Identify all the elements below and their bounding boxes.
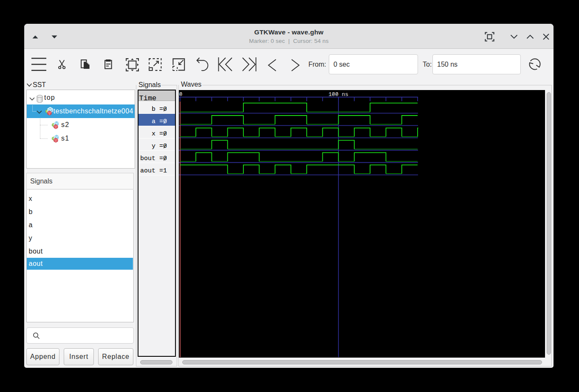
- svg-text:100 ns: 100 ns: [328, 91, 348, 98]
- svg-text:0: 0: [179, 91, 183, 98]
